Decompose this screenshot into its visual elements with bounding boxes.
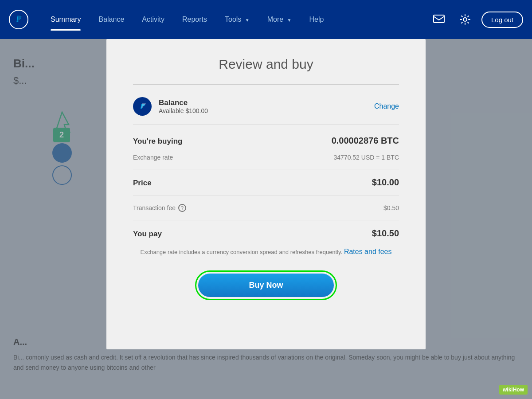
nav-activity[interactable]: Activity bbox=[133, 11, 173, 28]
price-value: $10.00 bbox=[372, 177, 399, 188]
logout-button[interactable]: Log out bbox=[481, 12, 523, 28]
svg-rect-0 bbox=[434, 15, 444, 23]
you-pay-value: $10.50 bbox=[372, 228, 399, 239]
buy-now-container: Buy Now bbox=[133, 270, 399, 300]
more-arrow-icon: ▼ bbox=[287, 18, 292, 23]
exchange-rate-label: Exchange rate bbox=[133, 154, 173, 161]
modal-title: Review and buy bbox=[133, 57, 399, 72]
exchange-rate-row: Exchange rate 34770.52 USD = 1 BTC bbox=[133, 154, 399, 161]
nav-tools[interactable]: Tools ▼ bbox=[216, 11, 258, 28]
modal-overlay: Review and buy Balance Available $100.00… bbox=[0, 39, 532, 399]
wikihow-badge: wikiHow bbox=[499, 385, 528, 395]
divider-2 bbox=[133, 196, 399, 196]
rates-fees-link[interactable]: Rates and fees bbox=[344, 248, 392, 255]
price-row: Price $10.00 bbox=[133, 177, 399, 188]
divider-3 bbox=[133, 220, 399, 220]
svg-point-1 bbox=[463, 18, 467, 21]
payment-info: Balance Available $100.00 bbox=[159, 98, 367, 114]
transaction-fee-label: Transaction fee ? bbox=[133, 204, 186, 212]
buying-row: You're buying 0.00002876 BTC bbox=[133, 136, 399, 146]
exchange-note: Exchange rate includes a currency conver… bbox=[133, 246, 399, 257]
header-actions: Log out bbox=[429, 10, 523, 29]
you-pay-row: You pay $10.50 bbox=[133, 228, 399, 239]
header: Summary Balance Activity Reports Tools ▼… bbox=[0, 0, 532, 39]
transaction-fee-value: $0.50 bbox=[383, 204, 399, 211]
nav-help[interactable]: Help bbox=[301, 11, 333, 28]
buy-now-wrapper: Buy Now bbox=[195, 270, 337, 300]
nav-more[interactable]: More ▼ bbox=[258, 11, 301, 28]
paypal-logo bbox=[9, 10, 28, 29]
exchange-rate-value: 34770.52 USD = 1 BTC bbox=[334, 154, 399, 161]
payment-available: Available $100.00 bbox=[159, 107, 367, 114]
transaction-fee-help-icon[interactable]: ? bbox=[178, 204, 186, 212]
tools-arrow-icon: ▼ bbox=[245, 18, 250, 23]
divider-1 bbox=[133, 169, 399, 169]
paypal-small-logo bbox=[133, 97, 152, 116]
change-payment-link[interactable]: Change bbox=[374, 102, 399, 110]
settings-button[interactable] bbox=[455, 10, 475, 29]
messages-button[interactable] bbox=[429, 10, 449, 29]
nav-reports[interactable]: Reports bbox=[173, 11, 216, 28]
nav-balance[interactable]: Balance bbox=[90, 11, 133, 28]
payment-method-row: Balance Available $100.00 Change bbox=[133, 97, 399, 125]
payment-label: Balance bbox=[159, 98, 367, 107]
review-buy-modal: Review and buy Balance Available $100.00… bbox=[106, 39, 426, 349]
transaction-fee-row: Transaction fee ? $0.50 bbox=[133, 204, 399, 212]
buying-value: 0.00002876 BTC bbox=[332, 136, 399, 146]
modal-divider-top bbox=[133, 84, 399, 85]
you-pay-label: You pay bbox=[133, 230, 162, 239]
main-nav: Summary Balance Activity Reports Tools ▼… bbox=[42, 11, 429, 28]
buy-now-button[interactable]: Buy Now bbox=[198, 274, 334, 297]
buying-label: You're buying bbox=[133, 137, 182, 146]
price-label: Price bbox=[133, 179, 152, 188]
nav-summary[interactable]: Summary bbox=[42, 11, 90, 28]
